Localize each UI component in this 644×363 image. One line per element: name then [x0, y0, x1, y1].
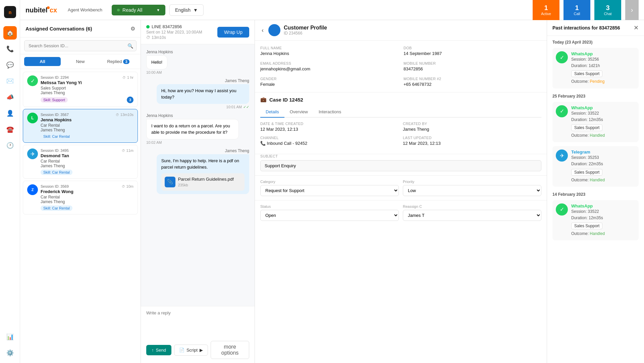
- reassign-select[interactable]: James T: [403, 210, 541, 221]
- call-stat-button[interactable]: 1 Call: [564, 0, 590, 20]
- field-label: Last Updated: [403, 136, 541, 140]
- ready-all-button[interactable]: Ready All ▼: [112, 5, 165, 15]
- conv-time: 10m: [126, 184, 133, 188]
- ready-chevron-icon: ▼: [156, 8, 160, 12]
- tab-replied[interactable]: Replied 3: [100, 57, 137, 66]
- field-value: Female: [260, 82, 398, 87]
- category-select[interactable]: Request for Support: [260, 185, 399, 196]
- case-tab-details[interactable]: Details: [260, 107, 284, 118]
- more-options-button[interactable]: more options: [211, 341, 249, 359]
- tab-new[interactable]: New: [62, 57, 99, 66]
- language-button[interactable]: English ▼: [169, 4, 204, 16]
- case-tabs: Details Overview Interactions: [260, 107, 541, 118]
- close-interactions-button[interactable]: ✕: [634, 24, 639, 32]
- chat-label: Chat: [604, 12, 611, 16]
- subject-section: Subject: [255, 154, 547, 176]
- chat-panel: LINE 83472856 Sent on 12 Mar 2023, 10:00…: [141, 20, 255, 363]
- chat-stat-button[interactable]: 3 Chat: [594, 0, 621, 20]
- attachment[interactable]: 📎 Parcel Return Guidelines.pdf 235kb: [161, 173, 245, 191]
- nav-settings-button[interactable]: ⚙️: [3, 346, 17, 360]
- back-button[interactable]: ‹: [260, 25, 265, 35]
- field-channel: Channel 📞 Inbound Call - 92452: [260, 136, 399, 146]
- field-date-created: Date & time Created 12 Mar 2023, 12:13: [260, 122, 399, 132]
- profile-title: Customer Profile: [284, 25, 327, 31]
- message-bubble: Hi, how are you? How may I assist you to…: [157, 84, 249, 104]
- queue-name: Car Rental: [41, 195, 133, 199]
- session-id: Session ID: 3495: [41, 148, 69, 153]
- field-value: 📞 Inbound Call - 92452: [260, 141, 399, 146]
- ready-indicator: [117, 9, 120, 11]
- list-item[interactable]: ✈ Session ID: 3495 ⏱11m Desmond Tan Car …: [23, 145, 138, 179]
- outcome-label: Outcome: Handled: [571, 231, 605, 236]
- skill-badge: Skill: Car Rental: [41, 170, 72, 175]
- nav-home-button[interactable]: 🏠: [3, 26, 17, 40]
- message-item: James Theng Sure, I'm happy to help. Her…: [146, 148, 249, 194]
- script-label: Script: [186, 348, 198, 353]
- nav-contacts-button[interactable]: 👤: [3, 107, 17, 120]
- case-tab-interactions[interactable]: Interactions: [313, 107, 346, 118]
- status-select[interactable]: Open: [260, 210, 399, 221]
- list-item[interactable]: ✓ Session ID: 2294 ⏱1 hr Melissa Tan Yon…: [23, 72, 138, 107]
- sidebar-header: Assigned Conversations (6) ⚙: [20, 20, 141, 38]
- search-input[interactable]: [24, 40, 137, 51]
- message-item: Jenna Hopkins I want to do a return on a…: [146, 113, 249, 144]
- priority-select[interactable]: Low: [403, 185, 541, 196]
- queue-name: Sales Support: [41, 86, 133, 90]
- nav-dial-button[interactable]: ☎️: [3, 123, 17, 136]
- profile-header: ‹ 👤 Customer Profile ID 234566: [255, 20, 547, 41]
- field-label: Date & time Created: [260, 122, 399, 126]
- case-title: Case ID 12452: [269, 97, 303, 103]
- interaction-meta: Session: 35253Duration: 22m35s: [571, 155, 635, 167]
- nav-phone-button[interactable]: 📞: [3, 42, 17, 56]
- case-tab-overview[interactable]: Overview: [284, 107, 313, 118]
- queue-badge: Sales Support: [571, 70, 602, 77]
- contact-name: Jenna Hopkins: [41, 117, 133, 122]
- outcome-value: Handled: [590, 178, 605, 182]
- search-icon: 🔍: [127, 43, 133, 49]
- subject-label: Subject: [260, 154, 541, 158]
- send-button[interactable]: ↑ Send: [146, 345, 171, 355]
- ready-label: Ready All: [122, 7, 142, 13]
- chat-session-id: LINE 83472856: [152, 24, 182, 29]
- outcome-value: Handled: [590, 133, 605, 138]
- more-stats-button[interactable]: ›: [625, 0, 639, 20]
- date-group: 25 February 2023 ✓ WhatsApp Session: 335…: [552, 94, 639, 187]
- subject-input[interactable]: [260, 160, 541, 171]
- message-time: 10:02 AM: [146, 140, 162, 144]
- list-item[interactable]: Z Session ID: 3569 ⏱10m Frederick Wong C…: [23, 181, 138, 215]
- whatsapp-interaction-icon: ✓: [556, 51, 568, 63]
- category-field: Category Request for Support: [260, 180, 399, 196]
- filter-button[interactable]: ⚙: [130, 25, 135, 32]
- queue-badge: Sales Support: [571, 223, 602, 229]
- wrap-up-button[interactable]: Wrap Up: [217, 27, 249, 38]
- nav-broadcast-button[interactable]: 📣: [3, 90, 17, 104]
- chat-action-bar: ↑ Send 📄 Script ▶ more options: [146, 341, 249, 359]
- skill-badge: Skill: Car Rental: [41, 134, 72, 139]
- script-button[interactable]: 📄 Script ▶: [174, 345, 208, 356]
- message-sender: James Theng: [225, 78, 250, 83]
- workbench-label: Agent Workbench: [68, 7, 102, 12]
- svg-text:cx: cx: [50, 6, 57, 14]
- nav-chat-button[interactable]: 💬: [3, 58, 17, 72]
- channel-name: Telegram: [571, 149, 635, 155]
- tab-all[interactable]: All: [24, 57, 61, 66]
- reply-input[interactable]: [146, 310, 249, 337]
- session-id: Session ID: 3569: [41, 184, 69, 188]
- language-label: English: [175, 7, 191, 13]
- sidebar-title: Assigned Conversations (6): [25, 26, 92, 32]
- active-stat-button[interactable]: 1 Active: [533, 0, 559, 20]
- left-nav: n 🏠 📞 💬 ✉️ 📣 👤 ☎️ 🕐 📊 ⚙️: [0, 0, 20, 363]
- field-mobile: Mobile Number 83472856: [404, 61, 541, 71]
- zalo-channel-icon: Z: [27, 184, 38, 195]
- interaction-content: WhatsApp Session: 33522Duration: 12m35s …: [571, 203, 635, 237]
- field-value: James Theng: [403, 127, 541, 132]
- message-item: Jenna Hopkins Hello! 10:00 AM: [146, 50, 249, 74]
- nav-history-button[interactable]: 🕐: [3, 139, 17, 152]
- clock-icon: ⏱: [122, 149, 125, 153]
- outcome-label: Outcome: Handled: [571, 133, 605, 138]
- nav-email-button[interactable]: ✉️: [3, 74, 17, 88]
- list-item[interactable]: L Session ID: 3567 ⏱13m10s Jenna Hopkins…: [23, 109, 138, 143]
- attachment-size: 235kb: [178, 182, 234, 188]
- nav-analytics-button[interactable]: 📊: [3, 330, 17, 344]
- priority-label: Priority: [403, 180, 541, 184]
